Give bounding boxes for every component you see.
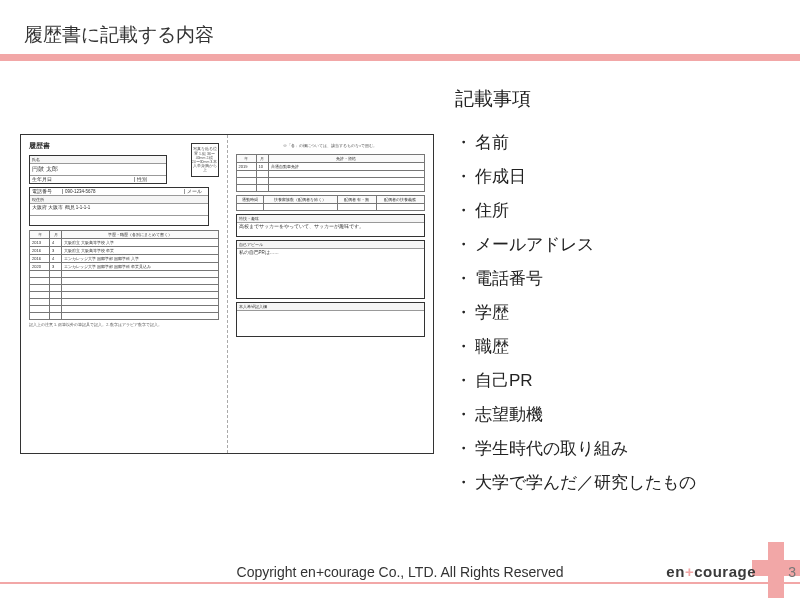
commute-label: 通勤時間 bbox=[236, 196, 263, 204]
table-row bbox=[30, 271, 219, 278]
gender-label: 性別 bbox=[134, 177, 164, 182]
table-row: 201910普通自動車免許 bbox=[236, 163, 425, 171]
footnote: 記入上の注意 1. 鉛筆以外の筆記具で記入。2. 数字はアラビア数字で記入。 bbox=[29, 322, 219, 327]
cert-table: 年月免許・資格 201910普通自動車免許 bbox=[236, 154, 426, 192]
table-row bbox=[30, 299, 219, 306]
table-row bbox=[236, 178, 425, 185]
main-area: 履歴書 写真を貼る位置 1.縦 36〜40mm 2.横 24〜30mm 3.本人… bbox=[0, 86, 800, 558]
list-item: 住所 bbox=[455, 194, 775, 228]
table-row bbox=[30, 306, 219, 313]
commute-table: 通勤時間 扶養家族数（配偶者を除く） 配偶者 有・無 配偶者の扶養義務 bbox=[236, 195, 426, 211]
birth-label: 生年月日 bbox=[32, 177, 134, 182]
list-item: 作成日 bbox=[455, 160, 775, 194]
table-row bbox=[236, 171, 425, 178]
hobby-value: 高校までサッカーをやっていて、サッカーが趣味です。 bbox=[237, 222, 425, 236]
table-row bbox=[30, 278, 219, 285]
contact-extra bbox=[30, 215, 208, 225]
brand-logo: en+courage bbox=[666, 563, 756, 580]
spouse-label: 配偶者 有・無 bbox=[337, 196, 376, 204]
list-item: 職歴 bbox=[455, 330, 775, 364]
list-item: 自己PR bbox=[455, 364, 775, 398]
footer-bar bbox=[0, 582, 800, 584]
address-value: 大阪府 大阪市 鶴見 1-1-1-1 bbox=[30, 203, 208, 215]
wish-label: 本人希望記入欄 bbox=[237, 303, 425, 310]
email-label: メール bbox=[184, 189, 206, 194]
resume-right-page: ※「各」の欄については、該当するものを○で囲む。 年月免許・資格 201910普… bbox=[227, 135, 434, 453]
right-note: ※「各」の欄については、該当するものを○で囲む。 bbox=[236, 143, 426, 148]
list-item: メールアドレス bbox=[455, 228, 775, 262]
education-table: 年月学歴・職歴（各別にまとめて書く） 20134大阪府立 大阪高等学校 入学 2… bbox=[29, 230, 219, 320]
resume-left-page: 履歴書 写真を貼る位置 1.縦 36〜40mm 2.横 24〜30mm 3.本人… bbox=[21, 135, 227, 453]
list-title: 記載事項 bbox=[455, 86, 775, 112]
list-item: 志望動機 bbox=[455, 398, 775, 432]
table-row bbox=[236, 204, 425, 211]
field-list: 記載事項 名前 作成日 住所 メールアドレス 電話番号 学歴 職歴 自己PR 志… bbox=[455, 86, 775, 500]
table-row bbox=[236, 185, 425, 192]
brand-part-b: courage bbox=[694, 563, 756, 580]
table-row bbox=[30, 313, 219, 320]
pr-label: 自己アピール bbox=[237, 241, 425, 248]
table-row: 20203エンカレッジ大学 国際学部 国際学科 卒業見込み bbox=[30, 263, 219, 271]
table-row bbox=[30, 292, 219, 299]
table-row: 20134大阪府立 大阪高等学校 入学 bbox=[30, 239, 219, 247]
list-items: 名前 作成日 住所 メールアドレス 電話番号 学歴 職歴 自己PR 志望動機 学… bbox=[455, 126, 775, 500]
brand-plus: + bbox=[685, 563, 694, 580]
edu-header: 学歴・職歴（各別にまとめて書く） bbox=[62, 231, 219, 239]
hobby-label: 特技・趣味 bbox=[237, 215, 425, 222]
cert-header: 免許・資格 bbox=[268, 155, 425, 163]
resume-thumbnail: 履歴書 写真を貼る位置 1.縦 36〜40mm 2.横 24〜30mm 3.本人… bbox=[20, 134, 434, 454]
list-item: 学生時代の取り組み bbox=[455, 432, 775, 466]
phone-label: 電話番号 bbox=[32, 189, 62, 194]
phone-value: 090-1234-5678 bbox=[62, 189, 184, 194]
pr-value: 私の自己PRは…… bbox=[237, 248, 425, 298]
name-value: 円鼓 太郎 bbox=[30, 163, 166, 175]
wish-value bbox=[237, 310, 425, 336]
title-underline bbox=[0, 54, 800, 61]
page-number: 3 bbox=[788, 564, 796, 580]
table-row: 20163大阪府立 大阪高等学校 卒業 bbox=[30, 247, 219, 255]
spouse-support-label: 配偶者の扶養義務 bbox=[376, 196, 424, 204]
list-item: 名前 bbox=[455, 126, 775, 160]
dependents-label: 扶養家族数（配偶者を除く） bbox=[263, 196, 337, 204]
page-title: 履歴書に記載する内容 bbox=[24, 22, 214, 48]
address-label: 現住所 bbox=[30, 195, 208, 203]
table-row bbox=[30, 285, 219, 292]
name-label: 氏名 bbox=[30, 156, 166, 163]
table-row: 20164エンカレッジ大学 国際学部 国際学科 入学 bbox=[30, 255, 219, 263]
photo-box: 写真を貼る位置 1.縦 36〜40mm 2.横 24〜30mm 3.本人単身胸か… bbox=[191, 143, 219, 177]
list-item: 電話番号 bbox=[455, 262, 775, 296]
list-item: 大学で学んだ／研究したもの bbox=[455, 466, 775, 500]
brand-part-a: en bbox=[666, 563, 685, 580]
list-item: 学歴 bbox=[455, 296, 775, 330]
